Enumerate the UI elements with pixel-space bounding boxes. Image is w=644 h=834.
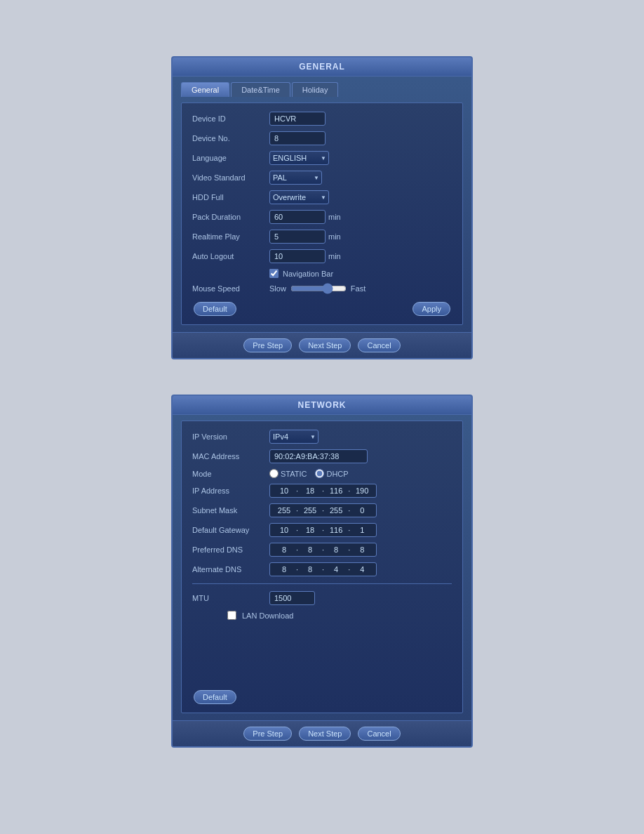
pack-duration-row: Pack Duration min — [192, 210, 452, 224]
network-default-button[interactable]: Default — [194, 690, 236, 704]
subnet-mask-seg1[interactable] — [274, 506, 294, 515]
general-panel: GENERAL General Date&Time Holiday Device… — [171, 56, 473, 359]
auto-logout-unit: min — [328, 252, 341, 260]
alternate-dns-input-group: · · · — [269, 562, 377, 576]
tab-general[interactable]: General — [181, 82, 229, 97]
lan-download-checkbox[interactable] — [227, 611, 236, 620]
device-id-label: Device ID — [192, 114, 269, 123]
mode-static-text: STATIC — [281, 470, 307, 478]
ip-version-select[interactable]: IPv4 IPv6 — [269, 430, 318, 444]
pack-duration-unit: min — [328, 213, 341, 221]
alternate-dns-seg2[interactable] — [300, 565, 320, 574]
subnet-mask-seg2[interactable] — [300, 506, 320, 515]
pdns-dot-1: · — [296, 545, 298, 554]
realtime-play-label: Realtime Play — [192, 232, 269, 241]
default-gateway-label: Default Gateway — [192, 526, 269, 534]
navigation-bar-checkbox[interactable] — [269, 269, 279, 278]
default-gw-seg3[interactable] — [326, 526, 346, 534]
device-no-row: Device No. — [192, 131, 452, 145]
device-no-input[interactable] — [269, 131, 326, 145]
mouse-speed-label: Mouse Speed — [192, 284, 269, 293]
ip-version-label: IP Version — [192, 432, 269, 441]
ip-version-row: IP Version IPv4 IPv6 — [192, 430, 452, 444]
preferred-dns-seg1[interactable] — [274, 545, 294, 554]
alternate-dns-label: Alternate DNS — [192, 565, 269, 574]
mode-dhcp-radio[interactable] — [315, 469, 324, 478]
auto-logout-input[interactable] — [269, 249, 326, 263]
general-cancel-button[interactable]: Cancel — [358, 338, 400, 352]
mac-address-label: MAC Address — [192, 452, 269, 461]
tab-datetime[interactable]: Date&Time — [231, 82, 290, 97]
general-pre-step-button[interactable]: Pre Step — [243, 338, 292, 352]
network-content-area: IP Version IPv4 IPv6 MAC Address Mode — [181, 421, 463, 713]
video-standard-select[interactable]: PAL — [269, 171, 322, 185]
alternate-dns-seg4[interactable] — [352, 565, 372, 574]
language-select-wrapper: ENGLISH — [269, 151, 329, 165]
default-gateway-row: Default Gateway · · · — [192, 523, 452, 537]
ip-address-seg2[interactable] — [300, 486, 320, 495]
general-title: GENERAL — [299, 62, 345, 72]
mode-static-radio[interactable] — [269, 469, 279, 478]
mtu-input[interactable] — [269, 591, 315, 605]
mode-row: Mode STATIC DHCP — [192, 469, 452, 478]
pack-duration-label: Pack Duration — [192, 213, 269, 221]
mode-dhcp-text: DHCP — [326, 470, 348, 478]
general-apply-button[interactable]: Apply — [412, 302, 450, 316]
mode-static-label[interactable]: STATIC — [269, 469, 307, 478]
network-panel: NETWORK IP Version IPv4 IPv6 MAC Address — [171, 395, 473, 748]
mouse-speed-fast-label: Fast — [351, 284, 365, 293]
preferred-dns-label: Preferred DNS — [192, 545, 269, 554]
preferred-dns-seg3[interactable] — [326, 545, 346, 554]
hdd-full-select[interactable]: Overwrite — [269, 190, 329, 204]
preferred-dns-seg2[interactable] — [300, 545, 320, 554]
general-next-step-button[interactable]: Next Step — [299, 338, 351, 352]
mac-address-row: MAC Address — [192, 449, 452, 463]
tab-holiday[interactable]: Holiday — [292, 82, 339, 97]
network-title: NETWORK — [298, 400, 347, 410]
subnet-dot-1: · — [296, 506, 298, 515]
gw-dot-3: · — [348, 526, 350, 534]
device-id-input[interactable] — [269, 112, 326, 126]
network-next-step-button[interactable]: Next Step — [299, 727, 351, 741]
realtime-play-input[interactable] — [269, 230, 326, 244]
default-gw-seg1[interactable] — [274, 526, 294, 534]
alternate-dns-seg1[interactable] — [274, 565, 294, 574]
general-title-bar: GENERAL — [173, 58, 471, 77]
subnet-mask-seg4[interactable] — [352, 506, 372, 515]
ip-address-row: IP Address · · · — [192, 484, 452, 498]
navigation-bar-row: Navigation Bar — [269, 269, 452, 278]
mouse-speed-slow-label: Slow — [269, 284, 286, 293]
gw-dot-2: · — [322, 526, 324, 534]
mode-label: Mode — [192, 470, 269, 478]
network-pre-step-button[interactable]: Pre Step — [243, 727, 292, 741]
subnet-mask-seg3[interactable] — [326, 506, 346, 515]
pdns-dot-2: · — [322, 545, 324, 554]
subnet-mask-input-group: · · · — [269, 503, 377, 517]
language-select[interactable]: ENGLISH — [269, 151, 329, 165]
default-gw-seg2[interactable] — [300, 526, 320, 534]
network-cancel-button[interactable]: Cancel — [358, 727, 400, 741]
mode-dhcp-label[interactable]: DHCP — [315, 469, 348, 478]
ip-dot-1: · — [296, 486, 298, 495]
ip-address-seg1[interactable] — [274, 486, 294, 495]
general-footer: Pre Step Next Step Cancel — [173, 332, 471, 358]
pack-duration-input[interactable] — [269, 210, 326, 224]
ip-dot-3: · — [348, 486, 350, 495]
realtime-play-row: Realtime Play min — [192, 230, 452, 244]
subnet-dot-2: · — [322, 506, 324, 515]
lan-download-label: LAN Download — [242, 611, 293, 620]
mac-address-input — [269, 449, 368, 463]
ip-address-seg3[interactable] — [326, 486, 346, 495]
default-gw-seg4[interactable] — [352, 526, 372, 534]
preferred-dns-row: Preferred DNS · · · — [192, 543, 452, 557]
general-default-button[interactable]: Default — [194, 302, 236, 316]
adns-dot-1: · — [296, 565, 298, 574]
mouse-speed-row: Mouse Speed Slow Fast — [192, 284, 452, 293]
mtu-row: MTU — [192, 591, 452, 605]
preferred-dns-seg4[interactable] — [352, 545, 372, 554]
ip-address-seg4[interactable] — [352, 486, 372, 495]
general-content-area: Device ID Device No. Language ENGLISH — [181, 102, 463, 325]
alternate-dns-seg3[interactable] — [326, 565, 346, 574]
mouse-speed-slider[interactable] — [290, 284, 347, 293]
ip-address-input-group: · · · — [269, 484, 377, 498]
